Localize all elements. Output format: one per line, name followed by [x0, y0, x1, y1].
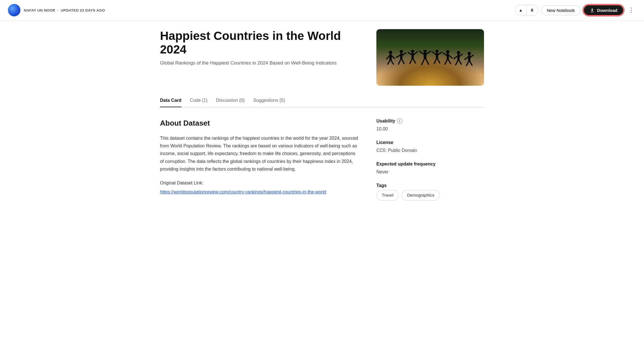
tab-discussion[interactable]: Discussion (0)	[216, 94, 245, 107]
svg-line-15	[414, 52, 417, 55]
svg-line-22	[422, 59, 424, 65]
header: NAFAY UN NOOR · UPDATED 23 DAYS AGO ▲ 8 …	[0, 0, 644, 21]
header-left: NAFAY UN NOOR · UPDATED 23 DAYS AGO	[8, 4, 105, 16]
svg-line-45	[470, 55, 473, 57]
more-options-button[interactable]: ⋮	[626, 4, 636, 16]
dataset-title: Happiest Countries in the World 2024	[160, 29, 365, 57]
about-heading: About Dataset	[160, 118, 359, 129]
svg-rect-31	[447, 53, 449, 60]
title-row: Happiest Countries in the World 2024 Glo…	[160, 29, 484, 86]
tab-suggestions[interactable]: Suggestions (0)	[253, 94, 285, 107]
update-freq-label: Expected update frequency	[376, 161, 484, 167]
original-link[interactable]: https://worldpopulationreview.com/countr…	[160, 190, 326, 194]
svg-line-4	[388, 60, 390, 64]
update-freq-item: Expected update frequency Never	[376, 161, 484, 175]
main-content: Happiest Countries in the World 2024 Glo…	[152, 21, 492, 209]
svg-rect-7	[400, 53, 402, 59]
license-value: CC0: Public Domain	[376, 147, 484, 154]
license-label: License	[376, 139, 484, 146]
svg-line-34	[445, 60, 447, 64]
svg-line-35	[448, 60, 451, 64]
update-freq-value: Never	[376, 169, 484, 175]
svg-line-10	[398, 59, 401, 64]
svg-line-40	[456, 61, 458, 65]
svg-point-36	[457, 51, 460, 54]
silhouettes-svg	[382, 50, 478, 76]
svg-line-11	[402, 59, 404, 64]
svg-line-41	[459, 61, 461, 64]
svg-line-14	[408, 52, 411, 55]
tags-item: Tags Travel Demographics	[376, 182, 484, 201]
svg-line-16	[410, 59, 412, 64]
about-section: About Dataset This dataset contains the …	[160, 118, 359, 201]
svg-point-30	[446, 50, 449, 53]
usability-item: Usability i 10.00	[376, 118, 484, 132]
svg-line-39	[460, 54, 462, 56]
author-name: NAFAY UN NOOR	[24, 8, 55, 12]
svg-line-9	[402, 53, 406, 55]
svg-rect-13	[411, 53, 414, 59]
dataset-subtitle: Global Rankings of the Happiest Countrie…	[160, 59, 365, 67]
author-meta: NAFAY UN NOOR · UPDATED 23 DAYS AGO	[24, 8, 105, 12]
svg-point-18	[423, 50, 427, 52]
original-link-label: Original Dataset Link:	[160, 180, 359, 186]
svg-line-2	[387, 56, 389, 59]
upvote-count: 8	[526, 5, 538, 16]
about-body: This dataset contains the rankings of th…	[160, 134, 359, 173]
svg-line-32	[443, 53, 447, 55]
download-button[interactable]: Download	[583, 5, 624, 16]
sidebar-info: Usability i 10.00 License CC0: Public Do…	[376, 118, 484, 201]
svg-line-20	[419, 51, 424, 54]
license-item: License CC0: Public Domain	[376, 139, 484, 154]
upvote-button[interactable]: ▲ 8	[515, 5, 538, 16]
svg-rect-37	[457, 54, 460, 61]
upvote-arrow-icon[interactable]: ▲	[515, 5, 526, 16]
svg-line-21	[427, 51, 431, 54]
svg-line-29	[438, 59, 440, 63]
tags-label: Tags	[376, 182, 484, 189]
svg-line-8	[396, 55, 400, 57]
svg-line-44	[465, 57, 468, 59]
svg-line-27	[438, 52, 442, 55]
usability-label: Usability i	[376, 118, 484, 124]
new-notebook-button[interactable]: New Notebook	[541, 5, 581, 15]
download-icon	[590, 8, 595, 13]
updated-label: UPDATED 23 DAYS AGO	[61, 8, 105, 12]
below-tabs: About Dataset This dataset contains the …	[160, 118, 484, 201]
svg-line-46	[466, 61, 469, 66]
usability-info-icon[interactable]: i	[397, 119, 402, 124]
download-label: Download	[597, 8, 617, 13]
tag-travel[interactable]: Travel	[376, 190, 399, 201]
svg-line-3	[392, 56, 394, 59]
svg-line-26	[432, 52, 436, 55]
svg-point-12	[411, 50, 414, 53]
cover-image	[376, 29, 484, 86]
title-section: Happiest Countries in the World 2024 Glo…	[160, 29, 365, 66]
svg-rect-19	[424, 52, 427, 59]
tag-demographics[interactable]: Demographics	[402, 190, 440, 201]
tags-container: Travel Demographics	[376, 190, 484, 201]
svg-line-33	[449, 55, 452, 58]
tab-code[interactable]: Code (1)	[190, 94, 208, 107]
usability-value: 10.00	[376, 126, 484, 132]
svg-line-28	[434, 59, 436, 64]
svg-line-5	[391, 60, 393, 64]
svg-rect-43	[468, 55, 470, 61]
svg-point-0	[389, 51, 392, 54]
svg-line-47	[470, 61, 472, 65]
svg-line-38	[454, 56, 457, 59]
tab-data-card[interactable]: Data Card	[160, 94, 182, 107]
svg-point-24	[435, 50, 439, 53]
tabs-nav: Data Card Code (1) Discussion (0) Sugges…	[160, 94, 484, 107]
svg-rect-25	[436, 53, 438, 59]
header-right: ▲ 8 New Notebook Download ⋮	[515, 4, 636, 16]
svg-line-23	[426, 59, 428, 64]
svg-rect-1	[389, 54, 392, 60]
avatar	[8, 4, 20, 16]
svg-point-6	[400, 50, 403, 53]
svg-point-42	[468, 52, 471, 55]
tabs-divider	[160, 107, 484, 107]
svg-line-17	[413, 59, 415, 63]
